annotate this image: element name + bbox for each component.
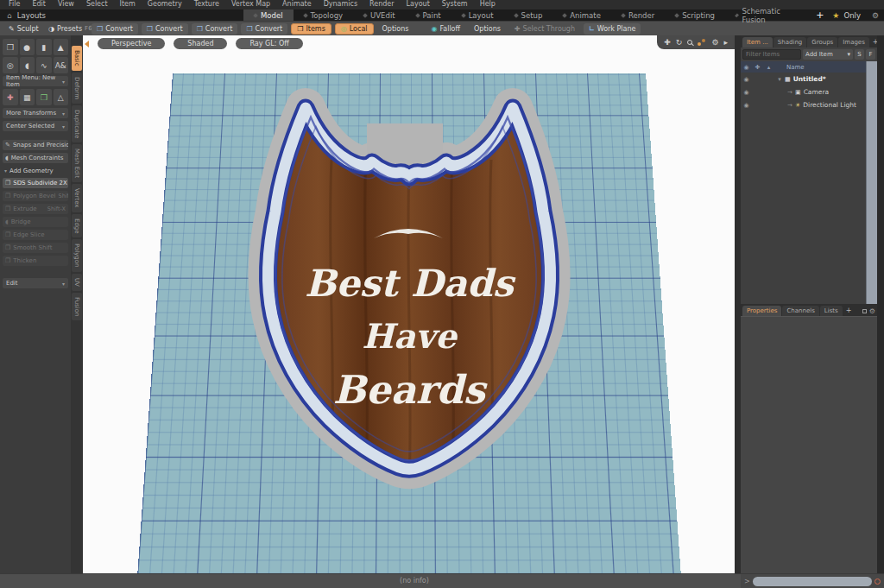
curve-tool[interactable]: ∿ <box>36 57 52 73</box>
gear-icon[interactable]: ⚙ <box>872 11 879 20</box>
menu-animate[interactable]: Animate <box>282 0 312 9</box>
viewport-menu-icon[interactable] <box>85 41 89 47</box>
eye-icon[interactable]: ◉ <box>741 102 752 109</box>
vtab-duplicate[interactable]: Duplicate <box>72 105 82 142</box>
falloff-button[interactable]: ◉ Falloff <box>426 23 465 35</box>
favorite-star-icon[interactable]: ★ <box>832 11 839 20</box>
vtab-vertex[interactable]: Vertex <box>72 184 82 212</box>
raygl-toggle[interactable]: Ray GL: Off <box>236 38 302 49</box>
tab-layout[interactable]: Layout <box>451 9 504 21</box>
ground-plane-tool[interactable]: ▦ <box>20 89 35 105</box>
only-toggle[interactable]: Only <box>843 11 860 20</box>
vtab-edge[interactable]: Edge <box>72 214 82 238</box>
eye-icon[interactable]: ◉ <box>741 89 752 96</box>
item-list-scrollbar[interactable] <box>866 61 877 304</box>
vtab-basic[interactable]: Basic <box>72 46 82 71</box>
torus-tool[interactable]: ◎ <box>3 57 18 73</box>
tab-model[interactable]: Model <box>243 9 294 21</box>
panel-divider[interactable] <box>735 35 741 573</box>
sculpt-button[interactable]: ✎ Sculpt <box>3 23 40 35</box>
pop-out-icon[interactable] <box>862 309 867 313</box>
tab-setup[interactable]: Setup <box>504 9 553 21</box>
menu-geometry[interactable]: Geometry <box>148 0 182 9</box>
tab-animate[interactable]: Animate <box>552 9 611 21</box>
bridge-button[interactable]: ◖ Bridge <box>3 217 68 227</box>
mesh-constraints-button[interactable]: ◖ Mesh Constraints <box>3 153 68 163</box>
tab-lists[interactable]: Lists <box>820 306 843 316</box>
convert-button-2[interactable]: ❒ Convert <box>142 23 188 35</box>
vtab-polygon[interactable]: Polygon <box>72 239 82 272</box>
polygon-bevel-button[interactable]: ❒ Polygon Bevel Shift-B <box>3 191 68 201</box>
tab-groups[interactable]: Groups <box>807 37 837 47</box>
tab-schematic-fusion[interactable]: Schematic Fusion <box>725 9 807 21</box>
options-button-1[interactable]: Options <box>377 23 414 35</box>
menu-layout[interactable]: Layout <box>407 0 430 9</box>
expand-arrow-icon[interactable]: ▾ <box>774 76 785 83</box>
items-mode-button[interactable]: ❒ Items <box>291 23 332 35</box>
orbit-icon[interactable]: ↻ <box>676 39 683 47</box>
tab-paint[interactable]: Paint <box>406 9 451 21</box>
menu-system[interactable]: System <box>442 0 468 9</box>
smooth-shift-button[interactable]: ❒ Smooth Shift <box>3 243 68 253</box>
convert-button-1[interactable]: ❒ Convert <box>92 23 138 35</box>
menu-vertex-map[interactable]: Vertex Map <box>231 0 270 9</box>
extrude-button[interactable]: ❒ Extrude Shift-X <box>3 204 68 214</box>
shading-mode-selector[interactable]: Shaded <box>174 38 227 49</box>
add-panel-tab-button[interactable]: + <box>843 305 855 316</box>
menu-item[interactable]: Item <box>120 0 136 9</box>
tab-images[interactable]: Images <box>838 37 869 47</box>
add-workspace-tab-button[interactable]: + <box>807 9 832 21</box>
snaps-precision-button[interactable]: ✎ Snaps and Precision <box>3 140 68 150</box>
work-plane-button[interactable]: ∟ Work Plane <box>584 23 641 35</box>
local-axis-button[interactable]: ◎ Local <box>335 23 374 35</box>
center-selected-dropdown[interactable]: Center Selected▾ <box>3 121 68 131</box>
vtab-uv[interactable]: UV <box>72 274 82 291</box>
menu-texture[interactable]: Texture <box>194 0 219 9</box>
menu-select[interactable]: Select <box>86 0 108 9</box>
more-transforms-dropdown[interactable]: More Transforms▾ <box>3 108 68 118</box>
command-input[interactable] <box>753 577 872 586</box>
thicken-button[interactable]: ❒ Thicken <box>3 256 68 266</box>
camera-view-selector[interactable]: Perspective <box>98 38 165 49</box>
vtab-deform[interactable]: Deform <box>72 73 82 104</box>
vtab-mesh-edit[interactable]: Mesh Edit <box>72 144 82 182</box>
add-item-dropdown[interactable]: Add Item ▾ <box>803 49 853 60</box>
menu-edit[interactable]: Edit <box>32 0 46 9</box>
menu-dynamics[interactable]: Dynamics <box>324 0 357 9</box>
convert-button-3[interactable]: ❒ Convert <box>192 23 238 35</box>
viewport-options-icon[interactable] <box>698 39 706 46</box>
tab-channels[interactable]: Channels <box>782 306 818 316</box>
command-history-icon[interactable] <box>875 579 881 585</box>
item-menu-dropdown[interactable]: Item Menu: New Item▾ <box>3 76 68 86</box>
mesh-item-tool[interactable]: ❒ <box>36 89 52 105</box>
sds-subdivide-button[interactable]: ❒ SDS Subdivide 2X <box>3 178 68 188</box>
item-row-directional-light[interactable]: ◉ → ☀ Directional Light <box>741 98 877 111</box>
tab-shading[interactable]: Shading <box>774 37 806 47</box>
menu-help[interactable]: Help <box>480 0 496 9</box>
gear-icon[interactable]: ⚙ <box>711 39 718 47</box>
edit-dropdown[interactable]: Edit▾ <box>3 278 68 288</box>
layouts-menu[interactable]: ⌂ Layouts <box>0 9 243 21</box>
sphere-tool[interactable]: ● <box>20 39 35 55</box>
menu-view[interactable]: View <box>58 0 74 9</box>
tab-item-list[interactable]: Item ... <box>742 37 773 47</box>
add-geometry-section[interactable]: ▾ Add Geometry <box>3 166 68 175</box>
expand-icon[interactable]: ▸ <box>723 39 728 47</box>
vtab-fusion[interactable]: Fusion <box>72 293 82 320</box>
beard-model[interactable]: Best Dads Have Beards <box>237 82 582 505</box>
tab-properties[interactable]: Properties <box>742 306 781 316</box>
gear-icon[interactable]: ⚙ <box>869 307 875 315</box>
cylinder-tool[interactable]: ▮ <box>36 39 52 55</box>
options-button-2[interactable]: Options <box>469 23 506 35</box>
zoom-icon[interactable] <box>687 40 692 45</box>
filter-items-input[interactable] <box>742 49 801 60</box>
skeleton-tool[interactable]: ✚ <box>3 89 18 105</box>
menu-file[interactable]: File <box>9 0 20 9</box>
item-row-camera[interactable]: ◉ → ▣ Camera <box>741 85 877 98</box>
item-row-untitled[interactable]: ◉ ▾ ▦ Untitled* <box>741 73 877 85</box>
filter-button[interactable]: F <box>866 49 875 60</box>
tab-render[interactable]: Render <box>611 9 665 21</box>
convert-button-4[interactable]: ❒ Convert <box>241 23 287 35</box>
text-tool[interactable]: A& <box>54 57 69 73</box>
menu-render[interactable]: Render <box>369 0 394 9</box>
